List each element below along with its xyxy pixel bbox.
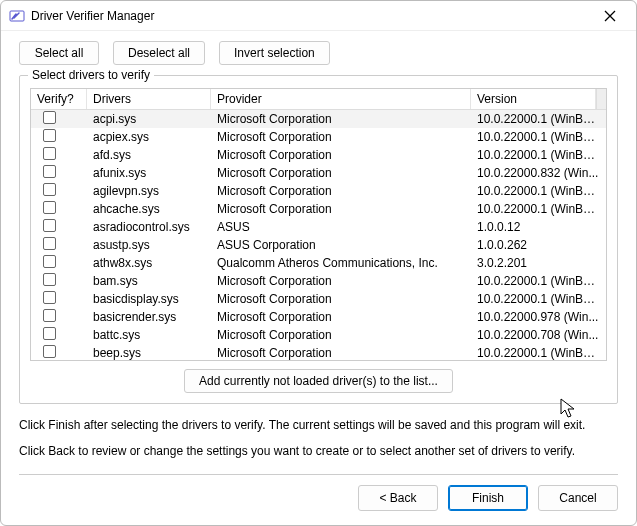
driver-version: 10.0.22000.1 (WinBui... bbox=[471, 148, 606, 162]
verify-checkbox[interactable] bbox=[43, 327, 56, 340]
table-row[interactable]: asustp.sysASUS Corporation1.0.0.262 bbox=[31, 236, 606, 254]
verify-checkbox[interactable] bbox=[43, 273, 56, 286]
col-verify-header[interactable]: Verify? bbox=[31, 89, 87, 109]
driver-name: battc.sys bbox=[87, 328, 211, 342]
help-line-2: Click Back to review or change the setti… bbox=[19, 442, 618, 460]
driver-provider: Microsoft Corporation bbox=[211, 166, 471, 180]
driver-version: 10.0.22000.1 (WinBui... bbox=[471, 274, 606, 288]
close-icon bbox=[604, 10, 616, 22]
driver-version: 10.0.22000.708 (Win... bbox=[471, 328, 606, 342]
table-row[interactable]: ahcache.sysMicrosoft Corporation10.0.220… bbox=[31, 200, 606, 218]
driver-provider: Microsoft Corporation bbox=[211, 274, 471, 288]
driver-version: 10.0.22000.1 (WinBui... bbox=[471, 202, 606, 216]
driver-name: beep.sys bbox=[87, 346, 211, 360]
driver-table: Verify? Drivers Provider Version acpi.sy… bbox=[30, 88, 607, 361]
driver-version: 1.0.0.262 bbox=[471, 238, 606, 252]
verify-checkbox[interactable] bbox=[43, 219, 56, 232]
table-row[interactable]: acpi.sysMicrosoft Corporation10.0.22000.… bbox=[31, 110, 606, 128]
driver-provider: Microsoft Corporation bbox=[211, 310, 471, 324]
back-button[interactable]: < Back bbox=[358, 485, 438, 511]
driver-name: asradiocontrol.sys bbox=[87, 220, 211, 234]
select-all-button[interactable]: Select all bbox=[19, 41, 99, 65]
table-row[interactable]: beep.sysMicrosoft Corporation10.0.22000.… bbox=[31, 344, 606, 360]
driver-version: 10.0.22000.1 (WinBui... bbox=[471, 346, 606, 360]
driver-provider: Microsoft Corporation bbox=[211, 202, 471, 216]
driver-provider: Microsoft Corporation bbox=[211, 130, 471, 144]
action-button-row: Select all Deselect all Invert selection bbox=[19, 41, 618, 65]
driver-version: 10.0.22000.1 (WinBui... bbox=[471, 112, 606, 126]
driver-provider: Microsoft Corporation bbox=[211, 112, 471, 126]
close-button[interactable] bbox=[590, 2, 630, 30]
driver-name: afd.sys bbox=[87, 148, 211, 162]
driver-version: 10.0.22000.1 (WinBui... bbox=[471, 292, 606, 306]
verify-checkbox[interactable] bbox=[43, 147, 56, 160]
driver-name: bam.sys bbox=[87, 274, 211, 288]
driver-version: 3.0.2.201 bbox=[471, 256, 606, 270]
scroll-gutter bbox=[596, 89, 606, 109]
driver-version: 10.0.22000.832 (Win... bbox=[471, 166, 606, 180]
help-line-1: Click Finish after selecting the drivers… bbox=[19, 416, 618, 434]
driver-provider: ASUS bbox=[211, 220, 471, 234]
table-row[interactable]: athw8x.sysQualcomm Atheros Communication… bbox=[31, 254, 606, 272]
verify-checkbox[interactable] bbox=[43, 291, 56, 304]
group-title: Select drivers to verify bbox=[28, 68, 154, 82]
driver-provider: Microsoft Corporation bbox=[211, 148, 471, 162]
table-row[interactable]: basicdisplay.sysMicrosoft Corporation10.… bbox=[31, 290, 606, 308]
verify-checkbox[interactable] bbox=[43, 237, 56, 250]
driver-version: 10.0.22000.1 (WinBui... bbox=[471, 130, 606, 144]
driver-name: acpi.sys bbox=[87, 112, 211, 126]
table-row[interactable]: acpiex.sysMicrosoft Corporation10.0.2200… bbox=[31, 128, 606, 146]
verify-checkbox[interactable] bbox=[43, 111, 56, 124]
verify-checkbox[interactable] bbox=[43, 201, 56, 214]
table-row[interactable]: bam.sysMicrosoft Corporation10.0.22000.1… bbox=[31, 272, 606, 290]
driver-name: basicdisplay.sys bbox=[87, 292, 211, 306]
help-text: Click Finish after selecting the drivers… bbox=[19, 416, 618, 468]
table-row[interactable]: afd.sysMicrosoft Corporation10.0.22000.1… bbox=[31, 146, 606, 164]
driver-name: ahcache.sys bbox=[87, 202, 211, 216]
table-row[interactable]: basicrender.sysMicrosoft Corporation10.0… bbox=[31, 308, 606, 326]
driver-provider: Microsoft Corporation bbox=[211, 292, 471, 306]
table-row[interactable]: battc.sysMicrosoft Corporation10.0.22000… bbox=[31, 326, 606, 344]
table-row[interactable]: afunix.sysMicrosoft Corporation10.0.2200… bbox=[31, 164, 606, 182]
driver-name: asustp.sys bbox=[87, 238, 211, 252]
verify-checkbox[interactable] bbox=[43, 309, 56, 322]
driver-version: 10.0.22000.1 (WinBui... bbox=[471, 184, 606, 198]
driver-name: afunix.sys bbox=[87, 166, 211, 180]
col-provider-header[interactable]: Provider bbox=[211, 89, 471, 109]
verify-checkbox[interactable] bbox=[43, 129, 56, 142]
driver-provider: Microsoft Corporation bbox=[211, 184, 471, 198]
col-version-header[interactable]: Version bbox=[471, 89, 596, 109]
driver-name: athw8x.sys bbox=[87, 256, 211, 270]
add-unloaded-drivers-button[interactable]: Add currently not loaded driver(s) to th… bbox=[184, 369, 453, 393]
verify-checkbox[interactable] bbox=[43, 345, 56, 358]
finish-button[interactable]: Finish bbox=[448, 485, 528, 511]
verify-checkbox[interactable] bbox=[43, 165, 56, 178]
app-icon bbox=[9, 8, 25, 24]
driver-name: basicrender.sys bbox=[87, 310, 211, 324]
table-body[interactable]: acpi.sysMicrosoft Corporation10.0.22000.… bbox=[31, 110, 606, 360]
verify-checkbox[interactable] bbox=[43, 255, 56, 268]
wizard-button-row: < Back Finish Cancel bbox=[1, 485, 636, 525]
invert-selection-button[interactable]: Invert selection bbox=[219, 41, 330, 65]
separator bbox=[19, 474, 618, 475]
driver-provider: Qualcomm Atheros Communications, Inc. bbox=[211, 256, 471, 270]
driver-provider: Microsoft Corporation bbox=[211, 346, 471, 360]
driver-provider: Microsoft Corporation bbox=[211, 328, 471, 342]
table-row[interactable]: asradiocontrol.sysASUS1.0.0.12 bbox=[31, 218, 606, 236]
driver-version: 10.0.22000.978 (Win... bbox=[471, 310, 606, 324]
table-header: Verify? Drivers Provider Version bbox=[31, 89, 606, 110]
table-row[interactable]: agilevpn.sysMicrosoft Corporation10.0.22… bbox=[31, 182, 606, 200]
col-drivers-header[interactable]: Drivers bbox=[87, 89, 211, 109]
driver-provider: ASUS Corporation bbox=[211, 238, 471, 252]
driver-name: agilevpn.sys bbox=[87, 184, 211, 198]
drivers-group: Select drivers to verify Verify? Drivers… bbox=[19, 75, 618, 404]
window-title: Driver Verifier Manager bbox=[31, 9, 590, 23]
verify-checkbox[interactable] bbox=[43, 183, 56, 196]
driver-version: 1.0.0.12 bbox=[471, 220, 606, 234]
cancel-button[interactable]: Cancel bbox=[538, 485, 618, 511]
titlebar: Driver Verifier Manager bbox=[1, 1, 636, 31]
deselect-all-button[interactable]: Deselect all bbox=[113, 41, 205, 65]
driver-name: acpiex.sys bbox=[87, 130, 211, 144]
